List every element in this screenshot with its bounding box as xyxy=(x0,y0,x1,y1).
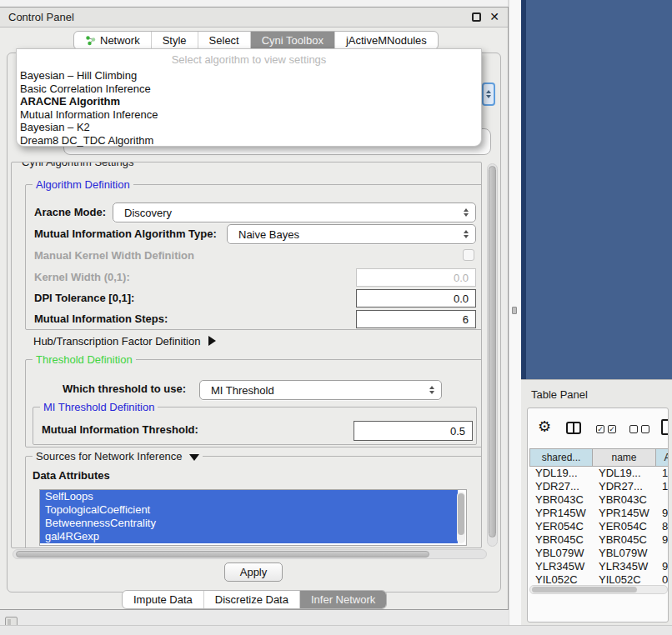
algorithm-option-bayesian-k2[interactable]: Bayesian – K2 xyxy=(17,121,481,134)
combo-arrows-icon xyxy=(429,386,434,394)
table-row[interactable]: YBR043CYBR043C xyxy=(529,493,669,507)
table-row[interactable]: YER054CYER054C8. xyxy=(529,520,669,533)
dpi-tolerance-label: DPI Tolerance [0,1]: xyxy=(34,291,134,306)
column-header-shared-name[interactable]: shared... xyxy=(529,448,593,467)
hub-definition-expander[interactable]: Hub/Transcription Factor Definition xyxy=(33,333,216,348)
list-item-selfloops[interactable]: SelfLoops xyxy=(40,490,458,503)
control-panel-title: Control Panel xyxy=(8,11,74,23)
dpi-tolerance-field[interactable]: 0.0 xyxy=(356,289,476,308)
tab-style[interactable]: Style xyxy=(152,32,198,49)
table-horizontal-scrollbar[interactable] xyxy=(529,585,668,594)
tab-jactivemnodules[interactable]: jActiveMNodules xyxy=(335,32,438,49)
table-row[interactable]: YPR145WYPR145W9. xyxy=(529,507,669,520)
algorithm-dropdown-popup: Select algorithm to view settings Bayesi… xyxy=(16,48,482,147)
table-header-row: shared... name A xyxy=(529,448,669,467)
table-row[interactable]: YLR345WYLR345W9. xyxy=(529,560,669,573)
kernel-width-label: Kernel Width (0,1): xyxy=(34,270,130,285)
apply-button[interactable]: Apply xyxy=(224,562,283,582)
close-icon[interactable]: ✕ xyxy=(489,12,499,22)
list-item-gal4rgexp[interactable]: gal4RGexp xyxy=(40,530,458,543)
mi-type-combo[interactable]: Naive Bayes xyxy=(227,224,476,244)
mi-threshold-group: MI Threshold Definition Mutual Informati… xyxy=(33,407,477,445)
tab-network[interactable]: Network xyxy=(74,32,152,49)
which-threshold-label: Which threshold to use: xyxy=(63,382,186,397)
table-panel: Table Panel ⚙ ✓✓ shared... name A YDL19.… xyxy=(521,379,672,625)
mi-threshold-field[interactable]: 0.5 xyxy=(354,421,473,441)
tab-cyni-toolbox[interactable]: Cyni Toolbox xyxy=(251,32,335,49)
algorithm-definition-group: Algorithm Definition Aracne Mode: Discov… xyxy=(25,184,482,330)
divider-handle-icon[interactable] xyxy=(512,307,517,314)
which-threshold-combo[interactable]: MI Threshold xyxy=(199,380,442,400)
table-row[interactable]: YDL19...YDL19...13 xyxy=(529,467,669,480)
algorithm-option-dream8[interactable]: Dream8 DC_TDC Algorithm xyxy=(17,134,481,148)
collapse-arrow-icon xyxy=(189,454,199,461)
expander-arrow-icon xyxy=(208,336,216,346)
list-item-topologicalcoefficient[interactable]: TopologicalCoefficient xyxy=(40,503,458,517)
deselect-all-checkboxes-icon[interactable] xyxy=(629,425,649,433)
columns-icon[interactable] xyxy=(566,422,581,434)
table-panel-body: ⚙ ✓✓ shared... name A YDL19...YDL19...13… xyxy=(527,408,669,622)
inference-algorithm-combo-button[interactable] xyxy=(482,82,495,106)
table-row[interactable]: YDR27...YDR27...12 xyxy=(529,480,669,493)
table-row[interactable]: YBR045CYBR045C9. xyxy=(529,533,669,547)
sources-group: Sources for Network Inference Data Attri… xyxy=(25,456,482,548)
control-panel-tabbar: Network Style Select Cyni Toolbox jActiv… xyxy=(73,31,439,50)
mi-threshold-title: MI Threshold Definition xyxy=(40,401,158,413)
tab-discretize-data[interactable]: Discretize Data xyxy=(204,591,300,608)
table-row[interactable]: YIL052CYIL052C0. xyxy=(529,573,669,585)
tab-network-label: Network xyxy=(100,34,140,47)
algorithm-option-basic-correlation[interactable]: Basic Correlation Inference xyxy=(17,82,481,96)
network-desktop: GAL80 GAL10 GAL1 GAL11 SWI4 GAL4 GCY1 HA… xyxy=(521,0,672,379)
sources-title: Sources for Network Inference xyxy=(33,450,203,462)
document-icon[interactable] xyxy=(661,419,669,435)
aracne-mode-label: Aracne Mode: xyxy=(34,205,106,220)
aracne-mode-combo[interactable]: Discovery xyxy=(113,202,476,222)
cyni-toolbox-panel: Select algorithm to view settings Bayesi… xyxy=(7,52,501,592)
network-icon xyxy=(85,35,96,46)
tab-impute-data[interactable]: Impute Data xyxy=(123,591,204,608)
data-attributes-label: Data Attributes xyxy=(33,468,110,483)
mi-steps-field[interactable]: 6 xyxy=(356,310,476,328)
gear-icon[interactable]: ⚙ xyxy=(538,418,551,435)
tab-infer-network[interactable]: Infer Network xyxy=(300,591,386,608)
table-panel-title: Table Panel xyxy=(531,388,588,401)
top-strip xyxy=(0,0,509,7)
table-row[interactable]: YBL079WYBL079W xyxy=(529,547,669,560)
data-attributes-list: SelfLoops TopologicalCoefficient Between… xyxy=(39,489,467,546)
column-header-name[interactable]: name xyxy=(593,448,656,467)
list-scrollbar[interactable] xyxy=(457,492,465,543)
tab-select[interactable]: Select xyxy=(198,32,251,49)
algorithm-option-bayesian-hill-climbing[interactable]: Bayesian – Hill Climbing xyxy=(17,69,481,82)
select-all-checkboxes-icon[interactable]: ✓✓ xyxy=(596,425,616,433)
combo-arrows-icon xyxy=(464,230,469,238)
float-window-icon[interactable] xyxy=(472,12,481,22)
control-panel-window: Control Panel ✕ Network Style Se xyxy=(0,7,509,610)
settings-vertical-scrollbar[interactable] xyxy=(487,163,498,547)
mi-threshold-label: Mutual Information Threshold: xyxy=(42,422,198,438)
mi-steps-label: Mutual Information Steps: xyxy=(34,312,168,327)
algorithm-option-mutual-information[interactable]: Mutual Information Inference xyxy=(17,108,481,122)
combo-arrows-icon xyxy=(464,208,469,217)
settings-horizontal-scrollbar[interactable] xyxy=(13,549,487,559)
cyni-algorithm-settings-group: Cyni Algorithm Settings Algorithm Defini… xyxy=(11,162,482,548)
spinner-down-icon xyxy=(486,95,491,98)
control-panel-titlebar: Control Panel ✕ xyxy=(0,8,508,28)
mi-type-label: Mutual Information Algorithm Type: xyxy=(34,227,217,242)
spinner-up-icon xyxy=(486,90,491,93)
list-item-betweennesscentrality[interactable]: BetweennessCentrality xyxy=(40,517,458,530)
app-root: Control Panel ✕ Network Style Se xyxy=(0,0,672,635)
column-header-partial[interactable]: A xyxy=(656,448,669,467)
split-divider[interactable] xyxy=(509,0,521,625)
settings-group-title: Cyni Algorithm Settings xyxy=(18,162,137,168)
algorithm-option-aracne[interactable]: ARACNE Algorithm xyxy=(17,95,481,108)
threshold-definition-title: Threshold Definition xyxy=(33,353,136,366)
algorithm-placeholder: Select algorithm to view settings xyxy=(17,52,481,69)
status-bar xyxy=(0,625,672,635)
bottom-tabbar: Impute Data Discretize Data Infer Networ… xyxy=(122,590,387,609)
kernel-width-field[interactable]: 0.0 xyxy=(356,268,476,287)
table-rows: YDL19...YDL19...13 YDR27...YDR27...12 YB… xyxy=(529,467,669,585)
manual-kernel-checkbox[interactable] xyxy=(463,249,474,261)
manual-kernel-label: Manual Kernel Width Definition xyxy=(34,248,194,263)
algorithm-definition-title: Algorithm Definition xyxy=(33,178,133,191)
threshold-definition-group: Threshold Definition Which threshold to … xyxy=(25,359,482,448)
